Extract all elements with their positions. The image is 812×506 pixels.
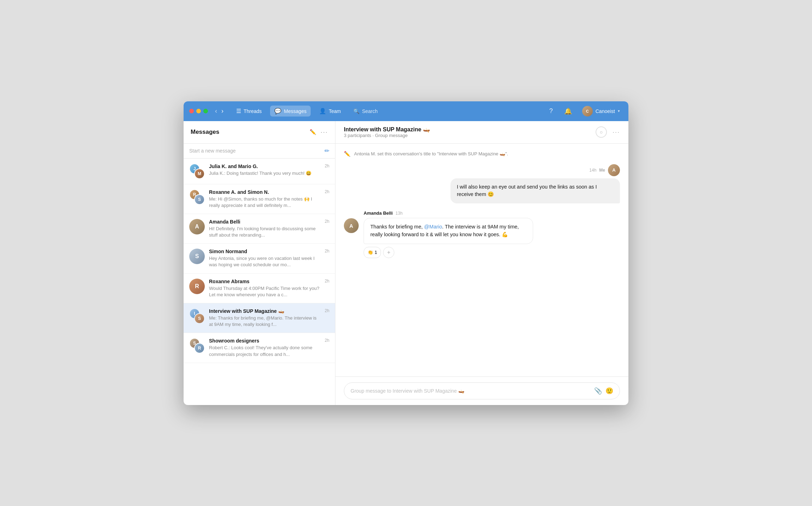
attachment-icon[interactable]: 📎	[594, 387, 602, 395]
list-item[interactable]: R Roxanne Abrams Would Thursday at 4:00P…	[184, 274, 335, 303]
list-item[interactable]: I S Interview with SUP Magazine 🛶 Me: Th…	[184, 303, 335, 333]
chat-messages: ✏️ Antonia M. set this conversation's ti…	[335, 144, 628, 376]
avatar: I S	[189, 308, 205, 324]
threads-icon: ☰	[236, 108, 241, 114]
conv-time: 2h	[325, 163, 329, 168]
avatar: A	[189, 219, 205, 234]
team-label: Team	[329, 108, 341, 114]
conv-preview: Hey Antonia, since you were on vacation …	[209, 255, 321, 268]
notifications-button[interactable]: 🔔	[562, 106, 574, 117]
threads-tab[interactable]: ☰ Threads	[232, 106, 266, 117]
chat-header-actions: ○ ···	[596, 126, 620, 138]
conv-name: Julia K. and Mario G.	[209, 163, 321, 169]
video-call-button[interactable]: ○	[596, 126, 607, 138]
forward-arrow[interactable]: ›	[220, 107, 225, 115]
new-message-placeholder: Start a new message	[189, 148, 322, 154]
minimize-button[interactable]	[196, 109, 201, 113]
conv-time: 2h	[325, 219, 329, 224]
conv-body: Julia K. and Mario G. Julia K.: Doing fa…	[209, 163, 321, 177]
team-icon: 👤	[319, 108, 326, 114]
conv-name: Amanda Belli	[209, 219, 321, 225]
bell-icon: 🔔	[564, 107, 572, 115]
message-bubble: Thanks for briefing me, @Mario. The inte…	[364, 218, 533, 244]
user-name: Canoeist	[596, 108, 615, 114]
list-item[interactable]: S R Showroom designers Robert C.: Looks …	[184, 333, 335, 363]
chat-input-box[interactable]: Group message to Interview with SUP Maga…	[344, 382, 620, 399]
message-sender-label: Me	[599, 168, 605, 173]
chat-header: Interview with SUP Magazine 🛶 3 particip…	[335, 121, 628, 144]
messages-icon: 💬	[274, 108, 281, 114]
list-item[interactable]: J M Julia K. and Mario G. Julia K.: Doin…	[184, 159, 335, 184]
search-icon: 🔍	[353, 108, 359, 114]
message-time: 13h	[395, 211, 402, 216]
list-item[interactable]: A Amanda Belli Hi! Definitely. I'm looki…	[184, 214, 335, 244]
system-message-text: Antonia M. set this conversation's title…	[354, 151, 508, 156]
message-sender-row: Amanda Belli 13h	[364, 210, 620, 216]
more-options-button[interactable]: ···	[613, 129, 620, 136]
conv-time: 2h	[325, 189, 329, 194]
add-reaction-button[interactable]: +	[383, 247, 394, 258]
team-tab[interactable]: 👤 Team	[315, 106, 345, 117]
help-button[interactable]: ?	[545, 106, 557, 117]
compose-icon[interactable]: ✏	[324, 147, 329, 155]
reaction-count: 1	[375, 250, 377, 255]
sidebar: Messages ✏️ ··· Start a new message ✏ J …	[184, 121, 335, 405]
maximize-button[interactable]	[203, 109, 208, 113]
back-arrow[interactable]: ‹	[214, 107, 219, 115]
chat-title: Interview with SUP Magazine 🛶	[344, 126, 596, 133]
sidebar-header-icons: ✏️ ···	[310, 129, 328, 136]
avatar: C	[582, 106, 593, 117]
list-item[interactable]: R S Roxanne A. and Simon N. Me: Hi @Simo…	[184, 184, 335, 214]
outgoing-header: 14h Me A	[589, 164, 620, 176]
search-btn[interactable]: 🔍 Search	[349, 106, 382, 116]
conv-name: Simon Normand	[209, 249, 321, 254]
mention: @Mario	[424, 224, 442, 230]
reactions: 👏 1 +	[364, 247, 620, 258]
video-icon: ○	[600, 129, 603, 135]
conv-name: Roxanne Abrams	[209, 279, 321, 284]
message-sender-name: Amanda Belli	[364, 210, 393, 216]
nav-arrows: ‹ ›	[214, 107, 225, 115]
new-message-bar[interactable]: Start a new message ✏	[184, 144, 335, 159]
emoji-icon[interactable]: 🙂	[605, 387, 613, 395]
app-window: ‹ › ☰ Threads 💬 Messages 👤 Team 🔍 Search…	[184, 101, 628, 405]
conv-time: 2h	[325, 338, 329, 343]
avatar: A	[608, 164, 620, 176]
chat-input-area: Group message to Interview with SUP Maga…	[335, 376, 628, 405]
sidebar-title: Messages	[191, 129, 310, 136]
conv-preview: Would Thursday at 4:00PM Pacific Time wo…	[209, 285, 321, 298]
conv-body: Simon Normand Hey Antonia, since you wer…	[209, 249, 321, 268]
conv-time: 2h	[325, 279, 329, 284]
titlebar-right: ? 🔔 C Canoeist ▾	[545, 105, 623, 118]
list-item[interactable]: S Simon Normand Hey Antonia, since you w…	[184, 244, 335, 273]
plus-icon: +	[387, 249, 390, 256]
conv-time: 2h	[325, 249, 329, 254]
chevron-down-icon: ▾	[618, 109, 620, 113]
pencil-icon: ✏️	[344, 151, 351, 157]
avatar: R	[189, 279, 205, 294]
help-icon: ?	[549, 107, 553, 115]
avatar: A	[344, 218, 359, 233]
edit-icon[interactable]: ✏️	[310, 129, 316, 135]
messages-tab[interactable]: 💬 Messages	[270, 106, 311, 117]
conv-body: Showroom designers Robert C.: Looks cool…	[209, 338, 321, 357]
chat-area: Interview with SUP Magazine 🛶 3 particip…	[335, 121, 628, 405]
outgoing-message-group: 14h Me A I will also keep an eye out and…	[344, 164, 620, 204]
system-message: ✏️ Antonia M. set this conversation's ti…	[344, 151, 620, 157]
more-options-icon[interactable]: ···	[321, 129, 328, 136]
chat-subtitle: 3 participants · Group message	[344, 133, 596, 138]
conv-body: Interview with SUP Magazine 🛶 Me: Thanks…	[209, 308, 321, 328]
sidebar-header: Messages ✏️ ···	[184, 121, 335, 144]
reaction-button[interactable]: 👏 1	[364, 247, 381, 258]
search-label: Search	[362, 108, 377, 114]
conv-name: Showroom designers	[209, 338, 321, 344]
avatar: R S	[189, 189, 205, 205]
user-profile[interactable]: C Canoeist ▾	[579, 105, 623, 118]
avatar: S	[189, 249, 205, 264]
close-button[interactable]	[189, 109, 194, 113]
conv-preview: Me: Hi @Simon, thanks so much for the no…	[209, 196, 321, 209]
conv-preview: Robert C.: Looks cool! They've actually …	[209, 345, 321, 357]
avatar: S R	[189, 338, 205, 353]
chat-input-placeholder[interactable]: Group message to Interview with SUP Maga…	[351, 388, 591, 394]
threads-label: Threads	[244, 108, 262, 114]
